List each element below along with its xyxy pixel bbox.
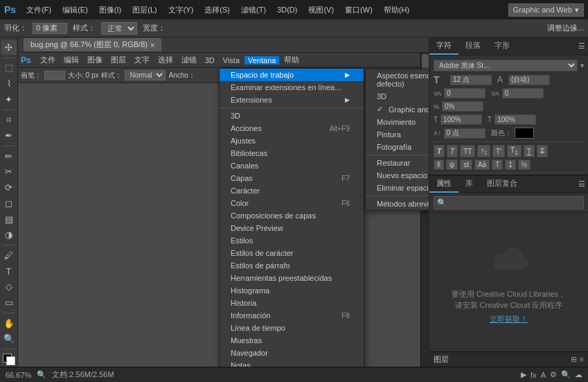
baseline-input[interactable] <box>444 128 485 139</box>
tool-marquee[interactable]: ⬚ <box>1 61 17 76</box>
tool-magic-wand[interactable]: ✦ <box>1 92 17 107</box>
menu-item-herramientas-pre[interactable]: Herramientas preestablecidas <box>220 272 364 284</box>
hscale-input[interactable] <box>440 114 482 125</box>
menu-item-canales[interactable]: Canales <box>220 159 364 172</box>
btn-aa[interactable]: Aā <box>474 159 490 170</box>
tool-eyedropper[interactable]: ✒ <box>1 128 17 143</box>
submenu-esenciales[interactable]: Aspectos esenciales (Por defecto) <box>366 69 429 90</box>
btn-half[interactable]: ½ <box>518 159 531 170</box>
tool-lasso[interactable]: ⌇ <box>1 76 17 91</box>
layer-search-input[interactable] <box>449 199 580 207</box>
inner-menu-layer[interactable]: 图层 <box>107 55 130 65</box>
menu-item-espacio[interactable]: Espacio de trabajo ▶ Aspectos esenciales… <box>220 69 364 81</box>
tab-library[interactable]: 库 <box>458 175 480 193</box>
submenu-graphic-web[interactable]: ✓ Graphic and Web <box>366 103 429 116</box>
font-family-select[interactable]: Adobe 黑体 St... <box>434 60 578 71</box>
submenu-3d[interactable]: 3D <box>366 90 429 103</box>
menu-item-estilos-par[interactable]: Estilos de párrafo <box>220 259 364 272</box>
tab-glyph[interactable]: 字形 <box>488 37 517 55</box>
style-select[interactable]: 正常 <box>101 22 137 35</box>
status-icon-2[interactable]: fx <box>531 371 537 379</box>
btn-psi[interactable]: ψ <box>446 159 458 170</box>
menu-layer[interactable]: 图层(L) <box>129 5 160 15</box>
inner-menu-view[interactable]: Vista <box>220 56 243 64</box>
tab-paragraph[interactable]: 段落 <box>458 37 488 55</box>
menu-item-acciones[interactable]: AccionesAlt+F9 <box>220 122 364 134</box>
menu-file[interactable]: 文件(F) <box>23 5 55 15</box>
inner-menu-image[interactable]: 图像 <box>84 55 106 65</box>
menu-item-device[interactable]: Device Preview <box>220 222 364 234</box>
menu-item-navegador[interactable]: Navegador <box>220 347 364 359</box>
tool-clone[interactable]: ✂ <box>1 165 17 180</box>
menu-window[interactable]: 窗口(W) <box>341 5 376 15</box>
type-btn-underline[interactable]: T <box>524 145 535 157</box>
tab-character[interactable]: 字符 <box>429 37 458 55</box>
tool-path[interactable]: ◇ <box>1 279 17 294</box>
layers-grid-icon[interactable]: ⊞ <box>571 355 577 364</box>
tool-gradient[interactable]: ▤ <box>1 212 17 227</box>
btn-frac-t[interactable]: T <box>492 159 503 170</box>
submenu-restaurar[interactable]: Restaurar <box>366 157 429 169</box>
tool-type[interactable]: T <box>1 264 17 279</box>
type-btn-italic[interactable]: T <box>447 145 458 157</box>
btn-st[interactable]: st <box>460 159 472 170</box>
menu-item-muestras[interactable]: Muestras <box>220 334 364 347</box>
properties-menu-icon[interactable]: ☰ <box>578 180 585 189</box>
status-icon-5[interactable]: 🔍 <box>561 370 571 379</box>
font-size-input[interactable] <box>450 75 492 85</box>
submenu-fotografia[interactable]: Fotografía <box>366 141 429 153</box>
menu-edit[interactable]: 编辑(E) <box>59 5 91 15</box>
menu-select[interactable]: 选择(S) <box>201 5 233 15</box>
submenu-pintura[interactable]: Pintura <box>366 128 429 141</box>
type-btn-strikethrough[interactable]: T <box>537 145 548 157</box>
adjust-label[interactable]: 调整边缘... <box>547 23 584 33</box>
tracking-input[interactable] <box>502 88 544 98</box>
btn-one[interactable]: 1 <box>505 159 516 170</box>
type-btn-smallcaps[interactable]: T1 <box>477 145 490 157</box>
doc-tab-close[interactable]: × <box>150 41 154 49</box>
type-btn-bold-italic[interactable]: T <box>434 145 445 157</box>
inner-menu-filter[interactable]: 滤镜 <box>178 55 200 65</box>
status-icon-1[interactable]: ▶ <box>521 370 526 379</box>
feather-input[interactable] <box>33 23 67 34</box>
menu-item-notas[interactable]: Notas <box>220 359 364 367</box>
menu-item-informacion[interactable]: InformaciónF8 <box>220 309 364 322</box>
submenu-movimiento[interactable]: Movimiento <box>366 116 429 128</box>
btn-fi[interactable]: fi <box>434 159 444 170</box>
menu-item-ajustes[interactable]: Ajustes <box>220 134 364 147</box>
menu-item-caracter[interactable]: Carácter <box>220 184 364 197</box>
menu-item-capas[interactable]: CapasF7 <box>220 172 364 184</box>
type-btn-sub[interactable]: T1 <box>507 145 522 157</box>
menu-item-histograma[interactable]: Histograma <box>220 284 364 297</box>
tool-move[interactable]: ✣ <box>1 40 17 55</box>
menu-image[interactable]: 图像(I) <box>96 5 125 15</box>
tool-hand[interactable]: ✋ <box>1 316 17 331</box>
inner-style-select[interactable]: Normal <box>125 70 166 80</box>
tool-history[interactable]: ⟳ <box>1 180 17 195</box>
menu-filter[interactable]: 滤镜(T) <box>238 5 269 15</box>
menu-item-linea[interactable]: Línea de tiempo <box>220 322 364 334</box>
menu-item-examinar[interactable]: Examinar extensiones en línea... <box>220 81 364 94</box>
tab-layer-comp[interactable]: 图层复合 <box>480 175 524 193</box>
leading-input[interactable] <box>508 75 550 85</box>
menu-item-estilos[interactable]: Estilos <box>220 234 364 247</box>
menu-help[interactable]: 帮助(H) <box>380 5 413 15</box>
submenu-nuevo-espacio[interactable]: Nuevo espacio de trabajo... <box>366 169 429 182</box>
menu-view[interactable]: 视图(V) <box>305 5 337 15</box>
tool-brush[interactable]: ✏ <box>1 149 17 164</box>
submenu-metodos[interactable]: Métodos abreviados de teclado... <box>366 198 429 210</box>
fg-bg-color[interactable] <box>3 354 15 365</box>
cloud-link[interactable]: 立即获取！ <box>490 314 528 324</box>
vscale-input[interactable] <box>495 114 536 125</box>
tool-zoom[interactable]: 🔍 <box>1 331 17 346</box>
inner-menu-text[interactable]: 文字 <box>131 55 153 65</box>
layers-list-icon[interactable]: ≡ <box>580 355 584 364</box>
tool-eraser[interactable]: ◻ <box>1 196 17 211</box>
panel-menu-icon[interactable]: ☰ <box>578 42 585 51</box>
workspace-selector[interactable]: Graphic and Web ▾ <box>508 3 584 17</box>
inner-menu-ventana[interactable]: Ventana <box>244 56 279 64</box>
menu-item-biblioteca[interactable]: Bibliotecas <box>220 147 364 159</box>
menu-item-estilos-car[interactable]: Estilos de carácter <box>220 247 364 259</box>
menu-text[interactable]: 文字(Y) <box>165 5 197 15</box>
status-icon-4[interactable]: ⚙ <box>550 370 557 379</box>
